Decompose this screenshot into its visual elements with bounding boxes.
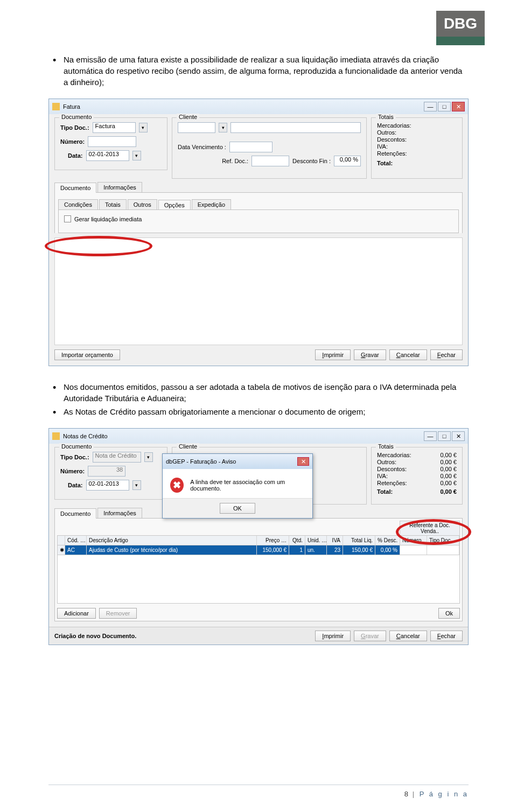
msg-close-button[interactable]: ✕ <box>297 457 309 466</box>
legend-totais: Totais <box>376 114 396 120</box>
input-numero2: 38 <box>88 466 125 477</box>
cancel-button2[interactable]: Cancelar <box>389 631 427 641</box>
gr-desc[interactable]: Ajudas de Custo (por técnico/por dia) <box>87 545 257 555</box>
gh-qtd[interactable]: Qtd. <box>289 536 305 545</box>
cliente-dropdown-icon[interactable]: ▾ <box>219 123 227 132</box>
input-data2[interactable]: 02-01-2013 <box>86 480 129 491</box>
window-icon2 <box>52 432 60 440</box>
window-title2: Notas de Crédito <box>63 433 108 439</box>
minimize-button2[interactable]: — <box>424 431 437 441</box>
close-button[interactable]: ✕ <box>452 102 465 111</box>
gr-pdesc[interactable]: 0,00 % <box>375 545 400 555</box>
input-numero[interactable] <box>88 136 136 147</box>
gh-preco[interactable]: Preço … <box>257 536 289 545</box>
fieldset-documento2: Documento Tipo Doc.: Nota de Crédito ▾ N… <box>54 447 167 500</box>
window-notas-credito: Notas de Crédito — □ ✕ Documento Tipo Do… <box>48 428 469 645</box>
gh-tdoc[interactable]: Tipo Doc. <box>427 536 459 545</box>
input-datavenc[interactable] <box>229 142 273 152</box>
gh-cod[interactable]: Cód. … <box>65 536 87 545</box>
gh-pdesc[interactable]: % Desc. <box>375 536 400 545</box>
print-button[interactable]: Imprimir <box>315 349 351 360</box>
gr-unid[interactable]: un. <box>305 545 327 555</box>
logo: DBG <box>436 11 485 45</box>
fieldset-documento: Documento Tipo Doc.: Factura ▾ Número: D… <box>54 117 167 170</box>
status-bar: Criação de novo Documento. Imprimir Grav… <box>49 627 468 645</box>
input-data[interactable]: 02-01-2013 <box>86 150 129 161</box>
remove-button: Remover <box>99 608 137 619</box>
gr-tdoc[interactable] <box>427 545 459 555</box>
total-label: Total: <box>377 160 393 166</box>
gr-iva[interactable]: 23 <box>327 545 343 555</box>
gh-unid[interactable]: Unid. … <box>305 536 327 545</box>
input-tipodoc[interactable]: Factura <box>93 122 136 133</box>
maximize-button[interactable]: □ <box>438 102 451 111</box>
close-button2[interactable]: Fechar <box>430 349 463 360</box>
fieldset-cliente: Cliente ▾ Data Vencimento : Ref. <box>172 117 367 179</box>
window-icon <box>52 103 60 110</box>
t2-out: Outros: <box>377 459 396 465</box>
close-button-x2[interactable]: ✕ <box>452 431 465 441</box>
gr-preco[interactable]: 150,000 € <box>257 545 289 555</box>
total-descontos-label: Descontos: <box>377 136 407 143</box>
gr-qtd[interactable]: 1 <box>289 545 305 555</box>
msg-title: dbGEP - Faturação - Aviso <box>166 458 236 465</box>
grid-area <box>54 237 463 345</box>
tabs-sub: Condições Totais Outros Opções Expedição <box>58 199 459 209</box>
t2-total: Total: <box>377 488 393 495</box>
gr-num[interactable] <box>400 545 427 555</box>
gh-liq[interactable]: Total Liq. <box>343 536 375 545</box>
gh-desc[interactable]: Descrição Artigo <box>87 536 257 545</box>
tab2-informacoes[interactable]: Informações <box>97 508 142 518</box>
grid-empty <box>57 555 460 604</box>
ok-button[interactable]: Ok <box>438 608 460 619</box>
minimize-button[interactable]: — <box>424 102 437 111</box>
tab-informacoes[interactable]: Informações <box>97 182 142 192</box>
close-button3[interactable]: Fechar <box>430 631 463 641</box>
input-cliente-nome[interactable] <box>230 122 361 133</box>
window-fatura: Fatura — □ ✕ Documento Tipo Doc.: Factur… <box>48 99 469 366</box>
tab-opcoes[interactable]: Opções <box>158 200 191 210</box>
input-cliente-cod[interactable] <box>178 122 215 133</box>
import-button[interactable]: Importar orçamento <box>54 349 120 360</box>
checkbox-icon[interactable] <box>64 215 71 222</box>
data2-dropdown-icon[interactable]: ▾ <box>132 480 141 490</box>
t2-desc-v: 0,00 € <box>440 466 457 472</box>
tab-outros[interactable]: Outros <box>128 199 157 209</box>
gh-num[interactable]: Número <box>400 536 427 545</box>
data-dropdown-icon[interactable]: ▾ <box>132 151 141 160</box>
save-button2: Gravar <box>354 631 386 641</box>
gh-iva[interactable]: IVA <box>327 536 343 545</box>
ref-doc-header: Referente a Doc. Venda.. <box>400 521 460 535</box>
print-button2[interactable]: Imprimir <box>315 631 351 641</box>
save-button[interactable]: Gravar <box>354 349 386 360</box>
grid-header: Cód. … Descrição Artigo Preço … Qtd. Uni… <box>57 535 460 545</box>
add-button[interactable]: Adicionar <box>57 608 96 619</box>
input-refdoc[interactable] <box>251 156 289 166</box>
tab-condicoes[interactable]: Condições <box>58 199 98 209</box>
tab2-documento[interactable]: Documento <box>54 508 96 519</box>
input-descfin[interactable]: 0,00 % <box>334 156 361 166</box>
maximize-button2[interactable]: □ <box>438 431 451 441</box>
label-data2: Data: <box>68 482 83 488</box>
total-outros-label: Outros: <box>377 129 396 136</box>
footer-line <box>48 785 469 785</box>
status-text: Criação de novo Documento. <box>54 633 136 639</box>
messagebox: dbGEP - Faturação - Aviso ✕ ✖ A linha de… <box>162 453 313 519</box>
gr-liq[interactable]: 150,00 € <box>343 545 375 555</box>
tab-totais[interactable]: Totais <box>99 199 127 209</box>
tipodoc-dropdown-icon[interactable]: ▾ <box>139 123 148 132</box>
legend-cliente2: Cliente <box>177 443 199 450</box>
t2-desc: Descontos: <box>377 466 407 472</box>
checkbox-liquidacao[interactable]: Gerar liquidação imediata <box>64 215 453 222</box>
checkbox-label: Gerar liquidação imediata <box>74 216 142 222</box>
tab-expedicao[interactable]: Expedição <box>192 199 231 209</box>
gr-cod[interactable]: AC <box>65 545 87 555</box>
msg-ok-button[interactable]: OK <box>220 503 255 514</box>
input-tipodoc2: Nota de Crédito <box>93 452 141 463</box>
cancel-button[interactable]: Cancelar <box>389 349 427 360</box>
t2-iva-v: 0,00 € <box>440 473 457 479</box>
grid-row[interactable]: ✱ AC Ajudas de Custo (por técnico/por di… <box>57 545 460 555</box>
page-number: 8 <box>404 790 409 798</box>
t2-ret: Retenções: <box>377 480 407 486</box>
tab-documento[interactable]: Documento <box>54 183 96 193</box>
